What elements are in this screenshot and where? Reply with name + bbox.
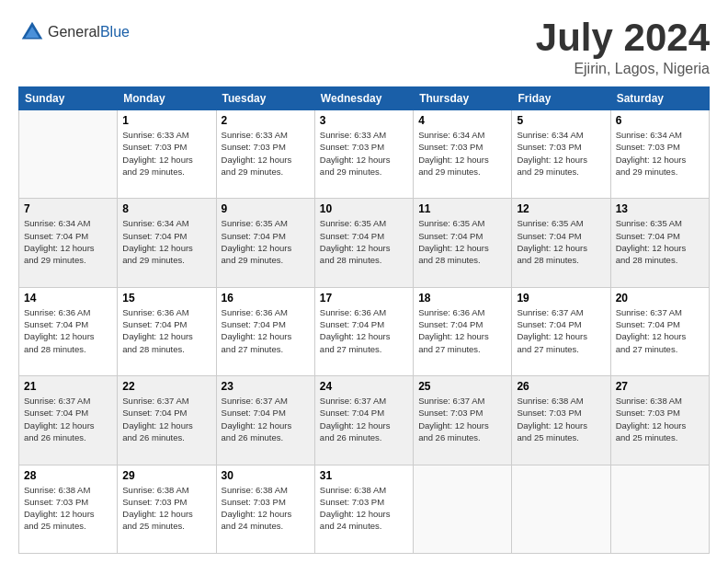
calendar-header-saturday: Saturday	[610, 87, 709, 110]
calendar-cell: 1Sunrise: 6:33 AM Sunset: 7:03 PM Daylig…	[118, 110, 216, 199]
day-number: 3	[320, 114, 408, 127]
day-number: 13	[616, 202, 704, 215]
day-number: 23	[222, 380, 310, 393]
day-info: Sunrise: 6:36 AM Sunset: 7:04 PM Dayligh…	[418, 306, 506, 355]
day-number: 11	[418, 202, 506, 215]
day-info: Sunrise: 6:35 AM Sunset: 7:04 PM Dayligh…	[320, 217, 408, 266]
calendar-header-friday: Friday	[512, 87, 610, 110]
calendar-cell: 23Sunrise: 6:37 AM Sunset: 7:04 PM Dayli…	[216, 376, 314, 465]
calendar-cell	[512, 465, 610, 553]
day-number: 19	[517, 292, 605, 304]
logo: GeneralBlue	[18, 18, 130, 46]
day-info: Sunrise: 6:38 AM Sunset: 7:03 PM Dayligh…	[616, 395, 704, 443]
day-info: Sunrise: 6:38 AM Sunset: 7:03 PM Dayligh…	[222, 484, 310, 533]
day-number: 16	[222, 292, 310, 304]
calendar-week-row: 28Sunrise: 6:38 AM Sunset: 7:03 PM Dayli…	[19, 465, 710, 553]
calendar-cell: 2Sunrise: 6:33 AM Sunset: 7:03 PM Daylig…	[216, 110, 314, 199]
calendar-cell: 20Sunrise: 6:37 AM Sunset: 7:04 PM Dayli…	[610, 287, 709, 375]
day-number: 21	[24, 380, 112, 393]
day-number: 30	[222, 469, 310, 482]
calendar-cell: 8Sunrise: 6:34 AM Sunset: 7:04 PM Daylig…	[118, 199, 216, 287]
day-number: 25	[418, 380, 506, 393]
day-number: 7	[24, 202, 112, 215]
day-number: 1	[122, 114, 210, 127]
day-info: Sunrise: 6:37 AM Sunset: 7:04 PM Dayligh…	[320, 395, 408, 443]
day-number: 22	[122, 380, 210, 393]
calendar-header-wednesday: Wednesday	[314, 87, 413, 110]
day-info: Sunrise: 6:36 AM Sunset: 7:04 PM Dayligh…	[222, 306, 310, 355]
calendar-cell: 5Sunrise: 6:34 AM Sunset: 7:03 PM Daylig…	[512, 110, 610, 199]
calendar-week-row: 1Sunrise: 6:33 AM Sunset: 7:03 PM Daylig…	[19, 110, 710, 199]
day-info: Sunrise: 6:35 AM Sunset: 7:04 PM Dayligh…	[222, 217, 310, 266]
calendar-cell: 28Sunrise: 6:38 AM Sunset: 7:03 PM Dayli…	[19, 465, 118, 553]
day-number: 15	[122, 292, 210, 304]
page: GeneralBlue July 2024 Ejirin, Lagos, Nig…	[0, 0, 728, 563]
calendar-cell	[414, 465, 512, 553]
day-info: Sunrise: 6:36 AM Sunset: 7:04 PM Dayligh…	[320, 306, 408, 355]
day-info: Sunrise: 6:38 AM Sunset: 7:03 PM Dayligh…	[320, 484, 408, 533]
calendar-week-row: 21Sunrise: 6:37 AM Sunset: 7:04 PM Dayli…	[19, 376, 710, 465]
calendar-cell: 11Sunrise: 6:35 AM Sunset: 7:04 PM Dayli…	[414, 199, 512, 287]
calendar-cell: 12Sunrise: 6:35 AM Sunset: 7:04 PM Dayli…	[512, 199, 610, 287]
calendar-cell: 27Sunrise: 6:38 AM Sunset: 7:03 PM Dayli…	[610, 376, 709, 465]
day-info: Sunrise: 6:37 AM Sunset: 7:03 PM Dayligh…	[418, 395, 506, 443]
day-info: Sunrise: 6:38 AM Sunset: 7:03 PM Dayligh…	[24, 484, 112, 533]
calendar-cell: 6Sunrise: 6:34 AM Sunset: 7:03 PM Daylig…	[610, 110, 709, 199]
day-info: Sunrise: 6:35 AM Sunset: 7:04 PM Dayligh…	[517, 217, 605, 266]
calendar-cell: 7Sunrise: 6:34 AM Sunset: 7:04 PM Daylig…	[19, 199, 118, 287]
calendar-header-monday: Monday	[118, 87, 216, 110]
day-number: 29	[122, 469, 210, 482]
location: Ejirin, Lagos, Nigeria	[536, 61, 710, 77]
calendar-cell: 13Sunrise: 6:35 AM Sunset: 7:04 PM Dayli…	[610, 199, 709, 287]
calendar-cell: 31Sunrise: 6:38 AM Sunset: 7:03 PM Dayli…	[314, 465, 413, 553]
calendar-header-tuesday: Tuesday	[216, 87, 314, 110]
day-info: Sunrise: 6:33 AM Sunset: 7:03 PM Dayligh…	[122, 129, 210, 178]
calendar-week-row: 14Sunrise: 6:36 AM Sunset: 7:04 PM Dayli…	[19, 287, 710, 375]
calendar-cell	[610, 465, 709, 553]
day-number: 17	[320, 292, 408, 304]
day-info: Sunrise: 6:35 AM Sunset: 7:04 PM Dayligh…	[418, 217, 506, 266]
calendar-cell: 24Sunrise: 6:37 AM Sunset: 7:04 PM Dayli…	[314, 376, 413, 465]
month-year: July 2024	[536, 18, 710, 57]
day-info: Sunrise: 6:36 AM Sunset: 7:04 PM Dayligh…	[122, 306, 210, 355]
day-info: Sunrise: 6:38 AM Sunset: 7:03 PM Dayligh…	[122, 484, 210, 533]
day-number: 4	[418, 114, 506, 127]
calendar-header-thursday: Thursday	[414, 87, 512, 110]
day-info: Sunrise: 6:37 AM Sunset: 7:04 PM Dayligh…	[222, 395, 310, 443]
calendar-cell: 4Sunrise: 6:34 AM Sunset: 7:03 PM Daylig…	[414, 110, 512, 199]
calendar-cell: 22Sunrise: 6:37 AM Sunset: 7:04 PM Dayli…	[118, 376, 216, 465]
day-number: 8	[122, 202, 210, 215]
day-info: Sunrise: 6:34 AM Sunset: 7:04 PM Dayligh…	[24, 217, 112, 266]
calendar-header-row: SundayMondayTuesdayWednesdayThursdayFrid…	[19, 87, 710, 110]
day-info: Sunrise: 6:37 AM Sunset: 7:04 PM Dayligh…	[24, 395, 112, 443]
day-number: 12	[517, 202, 605, 215]
day-number: 6	[616, 114, 704, 127]
day-number: 10	[320, 202, 408, 215]
day-number: 31	[320, 469, 408, 482]
day-number: 28	[24, 469, 112, 482]
calendar-cell	[19, 110, 118, 199]
day-number: 26	[517, 380, 605, 393]
header: GeneralBlue July 2024 Ejirin, Lagos, Nig…	[18, 18, 710, 77]
day-info: Sunrise: 6:34 AM Sunset: 7:03 PM Dayligh…	[616, 129, 704, 178]
calendar-cell: 30Sunrise: 6:38 AM Sunset: 7:03 PM Dayli…	[216, 465, 314, 553]
calendar-week-row: 7Sunrise: 6:34 AM Sunset: 7:04 PM Daylig…	[19, 199, 710, 287]
calendar-cell: 9Sunrise: 6:35 AM Sunset: 7:04 PM Daylig…	[216, 199, 314, 287]
calendar-table: SundayMondayTuesdayWednesdayThursdayFrid…	[18, 86, 710, 554]
day-number: 24	[320, 380, 408, 393]
calendar-cell: 14Sunrise: 6:36 AM Sunset: 7:04 PM Dayli…	[19, 287, 118, 375]
day-number: 2	[222, 114, 310, 127]
day-info: Sunrise: 6:37 AM Sunset: 7:04 PM Dayligh…	[616, 306, 704, 355]
calendar-cell: 29Sunrise: 6:38 AM Sunset: 7:03 PM Dayli…	[118, 465, 216, 553]
day-info: Sunrise: 6:36 AM Sunset: 7:04 PM Dayligh…	[24, 306, 112, 355]
day-info: Sunrise: 6:33 AM Sunset: 7:03 PM Dayligh…	[320, 129, 408, 178]
calendar-cell: 17Sunrise: 6:36 AM Sunset: 7:04 PM Dayli…	[314, 287, 413, 375]
calendar-cell: 26Sunrise: 6:38 AM Sunset: 7:03 PM Dayli…	[512, 376, 610, 465]
calendar-cell: 25Sunrise: 6:37 AM Sunset: 7:03 PM Dayli…	[414, 376, 512, 465]
day-info: Sunrise: 6:37 AM Sunset: 7:04 PM Dayligh…	[122, 395, 210, 443]
day-number: 20	[616, 292, 704, 304]
day-info: Sunrise: 6:38 AM Sunset: 7:03 PM Dayligh…	[517, 395, 605, 443]
day-info: Sunrise: 6:33 AM Sunset: 7:03 PM Dayligh…	[222, 129, 310, 178]
day-number: 9	[222, 202, 310, 215]
day-info: Sunrise: 6:37 AM Sunset: 7:04 PM Dayligh…	[517, 306, 605, 355]
